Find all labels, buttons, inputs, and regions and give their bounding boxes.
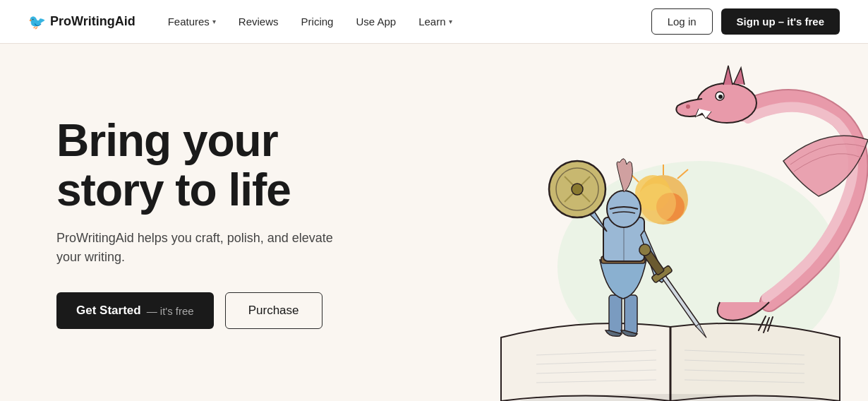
nav-pricing[interactable]: Pricing: [301, 16, 334, 28]
signup-button[interactable]: Sign up – it's free: [721, 8, 840, 35]
book: [501, 323, 840, 401]
free-label: — it's free: [147, 305, 194, 317]
logo[interactable]: 🐦 ProWritingAid: [28, 13, 135, 30]
hero-section: Bring your story to life ProWritingAid h…: [0, 44, 868, 401]
hero-subtitle: ProWritingAid helps you craft, polish, a…: [56, 229, 353, 267]
nav-reviews[interactable]: Reviews: [239, 16, 279, 28]
hero-content: Bring your story to life ProWritingAid h…: [56, 44, 381, 401]
svg-rect-23: [609, 295, 622, 334]
logo-icon: 🐦: [28, 13, 46, 30]
svg-rect-24: [625, 295, 637, 334]
nav-actions: Log in Sign up – it's free: [651, 8, 840, 35]
illustration-svg: [445, 55, 868, 401]
hero-buttons: Get Started — it's free Purchase: [56, 292, 353, 329]
chevron-down-icon: ▾: [449, 18, 452, 25]
svg-point-31: [572, 184, 583, 195]
navbar: 🐦 ProWritingAid Features ▾ Reviews Prici…: [0, 0, 868, 44]
purchase-button[interactable]: Purchase: [225, 292, 323, 329]
login-button[interactable]: Log in: [651, 8, 713, 35]
logo-text: ProWritingAid: [50, 14, 135, 29]
nav-links: Features ▾ Reviews Pricing Use App Learn…: [168, 16, 626, 28]
svg-point-14: [686, 104, 690, 109]
nav-features[interactable]: Features ▾: [168, 16, 216, 28]
nav-use-app[interactable]: Use App: [356, 16, 396, 28]
nav-learn[interactable]: Learn ▾: [418, 16, 452, 28]
hero-illustration: [381, 44, 868, 401]
svg-point-13: [718, 95, 723, 99]
chevron-down-icon: ▾: [212, 18, 216, 25]
hero-title: Bring your story to life: [56, 116, 353, 215]
svg-point-18: [637, 184, 676, 223]
get-started-button[interactable]: Get Started — it's free: [56, 292, 214, 329]
